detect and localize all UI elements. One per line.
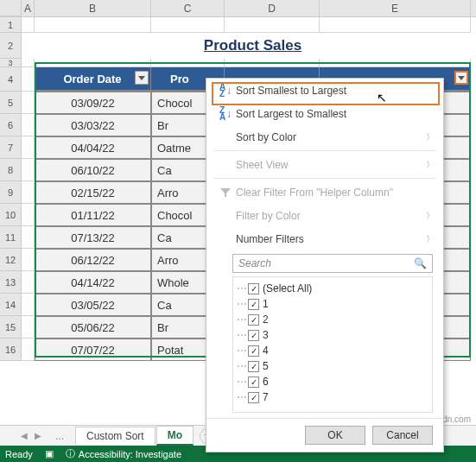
row-number[interactable]: 8: [0, 159, 22, 181]
page-title: Product Sales: [204, 37, 301, 54]
row-number[interactable]: 9: [0, 181, 22, 204]
cell-order-date[interactable]: 04/04/22: [35, 136, 151, 159]
checkbox-icon[interactable]: [248, 283, 259, 294]
cell[interactable]: [22, 136, 35, 159]
cell[interactable]: [22, 294, 35, 316]
cell[interactable]: [22, 114, 35, 136]
clear-filter: Clear Filter From "Helper Column": [206, 180, 443, 204]
cell[interactable]: [22, 204, 35, 226]
row-number[interactable]: 12: [0, 249, 22, 271]
sheet-view: Sheet View 〉: [206, 153, 443, 176]
checkbox-icon[interactable]: [248, 299, 259, 310]
col-header-a[interactable]: A: [22, 0, 35, 16]
cell[interactable]: [225, 59, 320, 67]
filter-search-input[interactable]: Search 🔍: [232, 254, 433, 273]
cell[interactable]: [22, 92, 35, 114]
chevron-right-icon: 〉: [426, 233, 435, 245]
row-number[interactable]: 7: [0, 136, 22, 159]
cell[interactable]: [22, 339, 35, 361]
number-filters[interactable]: Number Filters 〉: [206, 227, 443, 250]
cell-order-date[interactable]: 02/15/22: [35, 181, 151, 204]
row-number[interactable]: 6: [0, 114, 22, 136]
checkbox-icon[interactable]: [248, 392, 259, 403]
cell[interactable]: [22, 226, 35, 249]
cell-order-date[interactable]: 04/14/22: [35, 271, 151, 294]
col-header-e[interactable]: E: [320, 0, 471, 16]
row-number[interactable]: 2: [0, 33, 22, 59]
checkbox-icon[interactable]: [248, 330, 259, 341]
cell[interactable]: [22, 67, 35, 92]
row-number[interactable]: 4: [0, 67, 22, 92]
ok-button[interactable]: OK: [305, 426, 365, 445]
cell-order-date[interactable]: 07/13/22: [35, 226, 151, 249]
filter-option[interactable]: ⋯7: [237, 389, 428, 405]
title-cell[interactable]: Product Sales: [35, 33, 471, 59]
filter-select-all[interactable]: ⋯(Select All): [237, 281, 428, 296]
row-number[interactable]: 5: [0, 92, 22, 114]
cell-order-date[interactable]: 05/06/22: [35, 316, 151, 339]
row-number[interactable]: 15: [0, 316, 22, 339]
col-header-b[interactable]: B: [35, 0, 151, 16]
chevron-right-icon: 〉: [426, 159, 435, 171]
cell-order-date[interactable]: 01/11/22: [35, 204, 151, 226]
cell[interactable]: [22, 316, 35, 339]
filter-button[interactable]: [135, 71, 149, 85]
header-order-date[interactable]: Order Date: [35, 67, 151, 92]
filter-button-active[interactable]: [454, 71, 468, 85]
cell[interactable]: [225, 17, 320, 33]
filter-option[interactable]: ⋯1: [237, 296, 428, 312]
filter-values-list[interactable]: ⋯(Select All) ⋯1⋯2⋯3⋯4⋯5⋯6⋯7: [232, 276, 433, 413]
tab-nav-next-icon[interactable]: ▶: [35, 431, 41, 440]
cell[interactable]: [151, 59, 225, 67]
status-accessibility[interactable]: ⓘAccessibility: Investigate: [66, 447, 181, 460]
cell[interactable]: [151, 17, 225, 33]
cell[interactable]: [22, 17, 35, 33]
cell[interactable]: [320, 17, 471, 33]
sort-ascending[interactable]: A Z↓ Sort Smallest to Largest: [206, 79, 443, 102]
row-number[interactable]: 13: [0, 271, 22, 294]
cell-order-date[interactable]: 06/12/22: [35, 249, 151, 271]
row-number[interactable]: 16: [0, 339, 22, 361]
cancel-button[interactable]: Cancel: [372, 426, 433, 445]
cell[interactable]: [22, 59, 35, 67]
select-all-corner[interactable]: [0, 0, 22, 16]
cell[interactable]: [22, 159, 35, 181]
col-header-d[interactable]: D: [225, 0, 320, 16]
cell[interactable]: [35, 59, 151, 67]
cell-order-date[interactable]: 03/03/22: [35, 114, 151, 136]
cell[interactable]: [320, 59, 471, 67]
col-header-c[interactable]: C: [151, 0, 225, 16]
row-number[interactable]: 11: [0, 226, 22, 249]
cell[interactable]: [22, 181, 35, 204]
tab-custom-sort[interactable]: Custom Sort: [75, 427, 155, 445]
filter-option[interactable]: ⋯2: [237, 312, 428, 327]
checkbox-icon[interactable]: [248, 314, 259, 326]
sort-az-icon: A Z↓: [215, 84, 236, 98]
checkbox-icon[interactable]: [248, 345, 259, 357]
filter-option[interactable]: ⋯3: [237, 327, 428, 343]
checkbox-icon[interactable]: [248, 377, 259, 388]
tab-active[interactable]: Mo: [156, 426, 194, 446]
filter-option[interactable]: ⋯4: [237, 343, 428, 358]
cell[interactable]: [22, 33, 35, 59]
cell[interactable]: [22, 249, 35, 271]
cell-order-date[interactable]: 03/09/22: [35, 92, 151, 114]
tab-overflow[interactable]: ...: [45, 427, 74, 445]
cell-order-date[interactable]: 07/07/22: [35, 339, 151, 361]
cell-order-date[interactable]: 06/10/22: [35, 159, 151, 181]
row-number[interactable]: 10: [0, 204, 22, 226]
sort-descending[interactable]: Z A↓ Sort Largest to Smallest: [206, 102, 443, 125]
cell-order-date[interactable]: 03/05/22: [35, 294, 151, 316]
row-number[interactable]: 1: [0, 17, 22, 33]
checkbox-icon[interactable]: [248, 361, 259, 372]
filter-dropdown: ↖ A Z↓ Sort Smallest to Largest Z A↓ Sor…: [206, 78, 444, 453]
macro-record-icon[interactable]: ▣: [45, 448, 54, 459]
sort-by-color[interactable]: Sort by Color 〉: [206, 125, 443, 149]
cell[interactable]: [35, 17, 151, 33]
row-number[interactable]: 14: [0, 294, 22, 316]
row-number[interactable]: 3: [0, 59, 22, 67]
filter-option[interactable]: ⋯5: [237, 358, 428, 374]
filter-option[interactable]: ⋯6: [237, 374, 428, 389]
cell[interactable]: [22, 271, 35, 294]
tab-nav-prev-icon[interactable]: ◀: [21, 431, 28, 440]
